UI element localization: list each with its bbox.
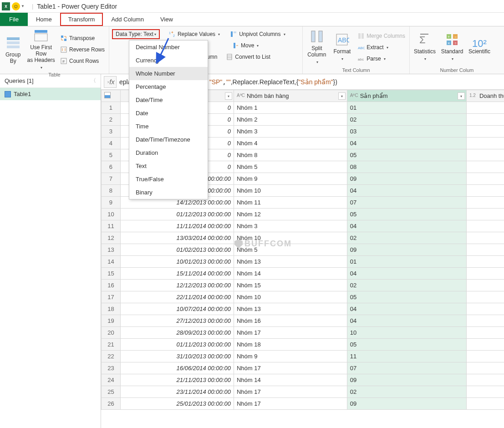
cell-product[interactable]: 05 <box>347 149 466 161</box>
dropdown-item-duration[interactable]: Duration <box>129 146 208 159</box>
table-row[interactable]: 2028/09/2013 00:00:00Nhóm 171027.09 <box>102 327 504 339</box>
cell-revenue[interactable]: 44.52 <box>466 339 504 351</box>
table-row[interactable]: 1927/12/2013 00:00:00Nhóm 160466.64 <box>102 315 504 327</box>
cell-group[interactable]: Nhóm 10 <box>234 185 347 197</box>
cell-revenue[interactable]: 23.5 <box>466 197 504 209</box>
format-button[interactable]: ABC Format▾ <box>331 28 354 66</box>
cell-revenue[interactable]: 50 <box>466 398 504 410</box>
dropdown-item-percentage[interactable]: Percentage <box>129 80 208 93</box>
dropdown-item-date-time[interactable]: Date/Time <box>129 93 208 107</box>
cell-group[interactable]: Nhóm 12 <box>234 209 347 220</box>
cell-product[interactable]: 09 <box>347 374 466 386</box>
dropdown-item-binary[interactable]: Binary <box>129 186 208 199</box>
table-row[interactable]: 1111/11/2014 00:00:00Nhóm 30466.3 <box>102 220 504 232</box>
cell-product[interactable]: 02 <box>347 280 466 291</box>
column-header-doanh-thu[interactable]: 1.2Doanh thu▾ <box>466 90 504 102</box>
dropdown-item-time[interactable]: Time <box>129 120 208 133</box>
cell-group[interactable]: Nhóm 13 <box>234 256 347 268</box>
cell-revenue[interactable]: 90.42 <box>466 209 504 220</box>
dropdown-item-whole-number[interactable]: Whole Number <box>129 67 208 80</box>
convert-to-list-button[interactable]: Convert to List <box>224 52 271 62</box>
cell-product[interactable]: 08 <box>347 161 466 173</box>
tab-view[interactable]: View <box>152 13 181 26</box>
fx-button[interactable]: fx <box>104 76 117 88</box>
table-row[interactable]: 2625/01/2013 00:00:00Nhóm 170950 <box>102 398 504 410</box>
cell-product[interactable]: 04 <box>347 138 466 149</box>
tab-add-column[interactable]: Add Column <box>103 13 152 26</box>
cell-product[interactable]: 03 <box>347 126 466 138</box>
cell-revenue[interactable]: 155.1 <box>466 102 504 114</box>
cell-group[interactable]: Nhóm 17 <box>234 327 347 339</box>
cell-date[interactable]: 01/02/2013 00:00:00 <box>120 244 234 256</box>
table-row[interactable]: 1612/12/2013 00:00:00Nhóm 150219.95 <box>102 280 504 291</box>
use-first-row-button[interactable]: Use First Row as Headers▾ <box>26 28 56 71</box>
table-row[interactable]: 1410/01/2013 00:00:00Nhóm 130179.95 <box>102 256 504 268</box>
table-row[interactable]: 2101/11/2013 00:00:00Nhóm 180544.52 <box>102 339 504 351</box>
cell-date[interactable]: 23/11/2014 00:00:00 <box>120 386 234 398</box>
table-row[interactable]: 1001/12/2013 00:00:00Nhóm 120590.42 <box>102 209 504 220</box>
group-by-button[interactable]: Group By <box>3 28 23 71</box>
cell-date[interactable]: 22/11/2014 00:00:00 <box>120 291 234 303</box>
parse-button[interactable]: abcParse▾ <box>356 54 407 64</box>
cell-revenue[interactable]: 491.4 <box>466 351 504 362</box>
standard-button[interactable]: +−×÷ Standard▾ <box>440 28 464 66</box>
count-rows-button[interactable]: #Count Rows <box>59 56 106 66</box>
table-row[interactable]: 1722/11/2014 00:00:00Nhóm 100567.13 <box>102 291 504 303</box>
cell-revenue[interactable]: 19.95 <box>466 232 504 244</box>
table-row[interactable]: 1301/02/2013 00:00:00Nhóm 50925 <box>102 244 504 256</box>
cell-product[interactable]: 02 <box>347 114 466 126</box>
cell-product[interactable]: 07 <box>347 197 466 209</box>
query-item-table1[interactable]: Table1 <box>0 88 101 100</box>
cell-revenue[interactable]: 73.13 <box>466 374 504 386</box>
cell-revenue[interactable]: 67.13 <box>466 291 504 303</box>
cell-date[interactable]: 12/12/2013 00:00:00 <box>120 280 234 291</box>
cell-group[interactable]: Nhóm 11 <box>234 197 347 209</box>
queries-collapse-icon[interactable]: 〈 <box>91 77 96 85</box>
dropdown-item-date-time-timezone[interactable]: Date/Time/Timezone <box>129 133 208 146</box>
cell-revenue[interactable]: 79.95 <box>466 256 504 268</box>
cell-revenue[interactable]: 47 <box>466 362 504 374</box>
cell-revenue[interactable]: 45.44 <box>466 149 504 161</box>
cell-group[interactable]: Nhóm 15 <box>234 280 347 291</box>
extract-button[interactable]: ABCExtract▾ <box>356 42 407 52</box>
cell-product[interactable]: 01 <box>347 102 466 114</box>
table-row[interactable]: 2523/11/2014 00:00:00Nhóm 170258.05 <box>102 386 504 398</box>
cell-group[interactable]: Nhóm 8 <box>234 149 347 161</box>
cell-revenue[interactable]: 100.98 <box>466 138 504 149</box>
filter-icon[interactable]: ▾ <box>338 92 346 100</box>
cell-group[interactable]: Nhóm 5 <box>234 161 347 173</box>
cell-date[interactable]: 01/12/2013 00:00:00 <box>120 209 234 220</box>
unpivot-columns-button[interactable]: Unpivot Columns▾ <box>229 29 286 39</box>
cell-product[interactable]: 05 <box>347 291 466 303</box>
cell-date[interactable]: 01/11/2013 00:00:00 <box>120 339 234 351</box>
cell-revenue[interactable]: 66.3 <box>466 220 504 232</box>
cell-group[interactable]: Nhóm 16 <box>234 315 347 327</box>
statistics-button[interactable]: Σ Statistics▾ <box>412 28 437 66</box>
table-row[interactable]: 2316/06/2014 00:00:00Nhóm 170747 <box>102 362 504 374</box>
cell-revenue[interactable]: 25 <box>466 244 504 256</box>
cell-product[interactable]: 01 <box>347 256 466 268</box>
cell-date[interactable]: 16/06/2014 00:00:00 <box>120 362 234 374</box>
tab-home[interactable]: Home <box>28 13 60 26</box>
cell-group[interactable]: Nhóm 1 <box>234 102 347 114</box>
cell-date[interactable]: 15/11/2014 00:00:00 <box>120 268 234 280</box>
column-header-san-pham[interactable]: AᴮCSản phẩm▾ <box>347 90 466 102</box>
tab-transform[interactable]: Transform <box>60 13 103 26</box>
cell-group[interactable]: Nhóm 17 <box>234 398 347 410</box>
cell-product[interactable]: 04 <box>347 185 466 197</box>
split-column-button[interactable]: Split Column▾ <box>305 28 328 66</box>
move-button[interactable]: Move▾ <box>230 41 260 51</box>
cell-product[interactable]: 11 <box>347 351 466 362</box>
column-header-nhom-ban-hang[interactable]: AᴮCNhóm bán hàng▾ <box>234 90 347 102</box>
transpose-button[interactable]: Transpose <box>59 33 106 43</box>
cell-group[interactable]: Nhóm 10 <box>234 291 347 303</box>
cell-date[interactable]: 10/07/2014 00:00:00 <box>120 303 234 315</box>
dropdown-item-currency[interactable]: Currency <box>129 54 208 67</box>
table-row[interactable]: 1515/11/2014 00:00:00Nhóm 1404306 <box>102 268 504 280</box>
data-type-button[interactable]: Data Type: Text▾ <box>112 29 160 39</box>
cell-revenue[interactable]: 27.09 <box>466 327 504 339</box>
cell-product[interactable]: 09 <box>347 244 466 256</box>
tab-file[interactable]: File <box>0 13 28 26</box>
cell-revenue[interactable]: 102 <box>466 303 504 315</box>
cell-group[interactable]: Nhóm 17 <box>234 386 347 398</box>
